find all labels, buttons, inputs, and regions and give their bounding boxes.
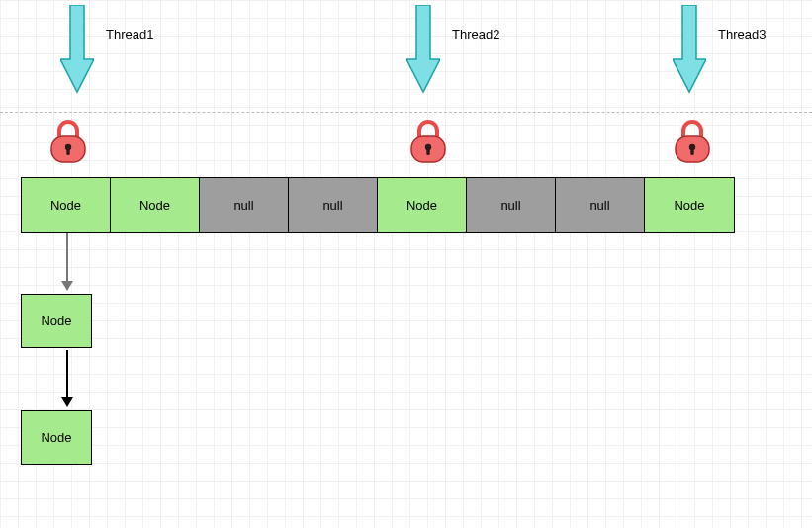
down-arrow-icon bbox=[673, 5, 706, 94]
svg-rect-2 bbox=[66, 148, 69, 155]
cell-label: Node bbox=[139, 198, 170, 213]
thread-label: Thread3 bbox=[718, 27, 766, 42]
cell-label: Node bbox=[674, 198, 704, 213]
svg-rect-8 bbox=[690, 148, 693, 155]
thread-label: Thread2 bbox=[452, 27, 499, 42]
cell-label: Node bbox=[406, 198, 437, 213]
cell-label: null bbox=[322, 198, 342, 213]
cell-label: null bbox=[233, 198, 253, 213]
array-cell: null bbox=[467, 178, 556, 232]
chain-arrow-icon bbox=[59, 233, 75, 293]
down-arrow-icon bbox=[60, 5, 94, 94]
svg-rect-5 bbox=[426, 148, 429, 155]
down-arrow-icon bbox=[406, 5, 440, 94]
array-cell: null bbox=[200, 178, 289, 232]
cell-label: null bbox=[500, 198, 520, 213]
chain-arrow-icon bbox=[59, 350, 75, 409]
thread-2-group: Thread2 bbox=[406, 5, 499, 94]
lock-icon bbox=[407, 119, 449, 166]
lock-icon bbox=[672, 119, 713, 166]
bucket-array: Node Node null null Node null null Node bbox=[21, 177, 735, 233]
dashed-separator bbox=[0, 112, 812, 113]
array-cell: null bbox=[556, 178, 645, 232]
array-cell: Node bbox=[22, 178, 111, 232]
chain-node: Node bbox=[21, 294, 92, 348]
lock-icon bbox=[47, 119, 89, 166]
array-cell: Node bbox=[111, 178, 200, 232]
cell-label: Node bbox=[50, 198, 81, 213]
chain-node: Node bbox=[21, 410, 92, 465]
thread-1-group: Thread1 bbox=[60, 5, 153, 94]
array-cell: Node bbox=[378, 178, 467, 232]
thread-label: Thread1 bbox=[106, 27, 153, 42]
cell-label: null bbox=[589, 198, 609, 213]
chain-node-label: Node bbox=[41, 430, 71, 445]
array-cell: Node bbox=[645, 178, 734, 232]
thread-3-group: Thread3 bbox=[673, 5, 766, 94]
array-cell: null bbox=[289, 178, 378, 232]
chain-node-label: Node bbox=[41, 313, 71, 328]
